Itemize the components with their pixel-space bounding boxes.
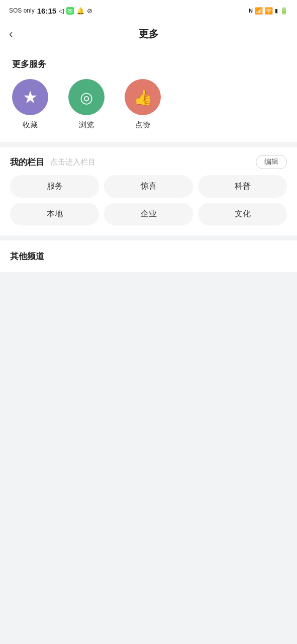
my-columns-section: 我的栏目 点击进入栏目 编辑 服务 惊喜 科普 本地 企业 文化 <box>0 147 297 235</box>
wifi-icon: 🛜 <box>265 7 273 15</box>
my-columns-hint[interactable]: 点击进入栏目 <box>50 157 250 167</box>
header: ‹ 更多 <box>0 20 297 48</box>
browse-icon-circle: ◎ <box>68 79 105 115</box>
star-icon: ★ <box>23 87 38 107</box>
more-services-section: 更多服务 ★ 收藏 ◎ 浏览 👍 点赞 <box>0 48 297 142</box>
column-chip-services[interactable]: 服务 <box>10 175 99 198</box>
sos-label: SOS only <box>9 7 35 14</box>
edit-button[interactable]: 编辑 <box>256 155 287 169</box>
battery-icon: 🔋 <box>280 7 288 15</box>
no-disturbance-icon: ⊘ <box>87 7 92 15</box>
like-icon-circle: 👍 <box>125 79 161 115</box>
favorites-label: 收藏 <box>23 120 38 130</box>
thumbs-up-icon: 👍 <box>134 89 152 106</box>
page-title: 更多 <box>139 27 159 41</box>
other-channels-title: 其他频道 <box>10 251 287 262</box>
column-chip-culture[interactable]: 文化 <box>198 203 287 225</box>
column-chip-surprises[interactable]: 惊喜 <box>104 175 193 198</box>
service-icons-row: ★ 收藏 ◎ 浏览 👍 点赞 <box>12 79 285 130</box>
columns-grid: 服务 惊喜 科普 本地 企业 文化 <box>0 175 297 225</box>
message-icon: ✉ <box>66 7 74 15</box>
column-chip-science[interactable]: 科普 <box>198 175 287 198</box>
other-channels-section: 其他频道 <box>0 240 297 272</box>
column-chip-local[interactable]: 本地 <box>10 203 99 225</box>
favorites-icon-circle: ★ <box>12 79 48 115</box>
browse-label: 浏览 <box>79 120 94 130</box>
like-label: 点赞 <box>135 120 150 130</box>
more-services-title: 更多服务 <box>12 58 285 70</box>
nfc-icon: N <box>249 8 253 14</box>
time-label: 16:15 <box>37 7 56 15</box>
signal-icon: 📶 <box>255 7 263 15</box>
location-icon: ◁ <box>59 7 64 15</box>
main-content: 更多服务 ★ 收藏 ◎ 浏览 👍 点赞 <box>0 48 297 529</box>
my-columns-title: 我的栏目 <box>10 156 44 168</box>
bottom-space <box>0 277 297 529</box>
service-item-favorites[interactable]: ★ 收藏 <box>12 79 48 130</box>
my-columns-header: 我的栏目 点击进入栏目 编辑 <box>0 147 297 175</box>
service-item-like[interactable]: 👍 点赞 <box>125 79 161 130</box>
column-chip-enterprise[interactable]: 企业 <box>104 203 193 225</box>
status-bar: SOS only 16:15 ◁ ✉ 🔔 ⊘ N 📶 🛜 ▮ 🔋 <box>0 0 297 20</box>
status-right: N 📶 🛜 ▮ 🔋 <box>249 7 288 15</box>
status-left: SOS only 16:15 ◁ ✉ 🔔 ⊘ <box>9 7 92 15</box>
notification-icon: 🔔 <box>76 7 84 15</box>
battery-low-indicator: ▮ <box>275 8 278 14</box>
back-button[interactable]: ‹ <box>9 28 13 41</box>
eye-icon: ◎ <box>80 89 93 106</box>
service-item-browse[interactable]: ◎ 浏览 <box>68 79 105 130</box>
